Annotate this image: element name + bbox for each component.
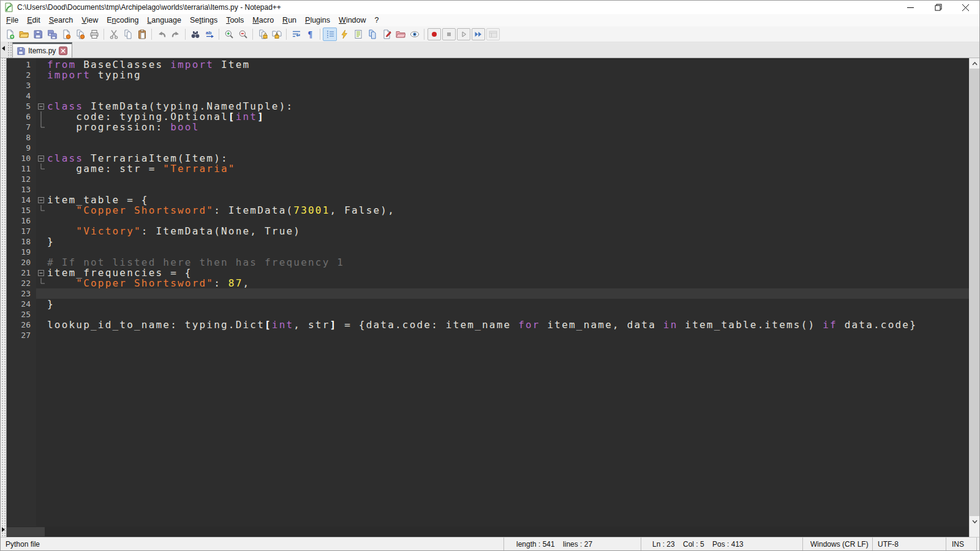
find-button[interactable]: [188, 28, 202, 41]
arrow-right-icon[interactable]: [2, 527, 5, 532]
vertical-scrollbar[interactable]: [969, 58, 979, 527]
menu-item-encoding[interactable]: Encoding: [102, 15, 143, 26]
menu-item-macro[interactable]: Macro: [248, 15, 278, 26]
fold-margin: [36, 132, 47, 143]
show-all-characters-button[interactable]: ¶: [303, 28, 317, 41]
menu-item-tools[interactable]: Tools: [222, 15, 248, 26]
menu-item-file[interactable]: File: [2, 15, 23, 26]
fold-margin: [36, 247, 47, 257]
open-file-icon: [19, 29, 29, 39]
editor[interactable]: 1from BaseClasses import Item2import typ…: [7, 58, 969, 527]
vertical-scrollbar-thumb[interactable]: [970, 69, 979, 516]
undo-button[interactable]: [154, 28, 168, 41]
horizontal-scrollbar-thumb[interactable]: [7, 527, 45, 536]
cut-icon: [109, 29, 119, 39]
tab-close-icon[interactable]: [59, 47, 67, 55]
zoom-in-button[interactable]: [222, 28, 236, 41]
new-file-button[interactable]: [2, 28, 17, 41]
menu-item-window[interactable]: Window: [334, 15, 370, 26]
code-text: # If not listed here then has frequency …: [47, 257, 969, 268]
code-line: 13: [7, 184, 969, 195]
window-title: C:\Users\Dood\Documents\tmp\Archipelago\…: [17, 3, 281, 12]
code-line: 25: [7, 309, 969, 320]
fold-toggle-icon[interactable]: [36, 153, 47, 163]
notepad-plus-plus-icon: [4, 2, 13, 12]
line-number: 16: [7, 216, 36, 226]
save-file-button[interactable]: [31, 28, 45, 41]
code-line: 19: [7, 247, 969, 257]
fold-toggle-icon[interactable]: [36, 101, 47, 111]
macro-play-button[interactable]: [457, 28, 470, 40]
tab-items-py[interactable]: Items.py: [12, 42, 72, 58]
word-wrap-button[interactable]: [289, 28, 303, 41]
copy-button[interactable]: [121, 28, 135, 41]
sync-horizontal-button[interactable]: [270, 28, 284, 41]
fold-margin: [36, 122, 47, 132]
folder-as-workspace-button[interactable]: [393, 28, 407, 41]
status-insert-mode: INS: [946, 538, 977, 550]
scroll-up-button[interactable]: [970, 58, 979, 69]
menu-item-help[interactable]: ?: [371, 15, 383, 26]
menu-item-run[interactable]: Run: [278, 15, 301, 26]
menu-item-view[interactable]: View: [77, 15, 102, 26]
redo-button[interactable]: [168, 28, 183, 41]
code-line: 12: [7, 174, 969, 184]
open-file-button[interactable]: [17, 28, 31, 41]
fold-toggle-icon[interactable]: [36, 195, 47, 205]
indent-guide-icon: [325, 29, 335, 39]
restore-button[interactable]: [924, 1, 952, 14]
line-number: 12: [7, 174, 36, 184]
line-number: 4: [7, 91, 36, 101]
close-file-button[interactable]: [59, 28, 73, 41]
macro-run-multiple-button[interactable]: [472, 28, 485, 40]
horizontal-scrollbar[interactable]: [7, 527, 969, 537]
print-button[interactable]: [87, 28, 101, 41]
scroll-down-button[interactable]: [970, 516, 979, 527]
sync-vertical-button[interactable]: [255, 28, 270, 41]
file-watch-button[interactable]: [407, 28, 421, 41]
menu-item-language[interactable]: Language: [143, 15, 186, 26]
indent-guide-button[interactable]: [323, 28, 337, 41]
save-all-button[interactable]: [45, 28, 59, 41]
menu-item-settings[interactable]: Settings: [186, 15, 222, 26]
toolbar-separator: [151, 29, 152, 40]
tab-bar-grip[interactable]: [7, 42, 12, 58]
restore-icon: [935, 4, 942, 11]
function-list-button[interactable]: [337, 28, 351, 41]
minimize-button[interactable]: [897, 1, 924, 14]
line-number: 6: [7, 111, 36, 122]
paste-button[interactable]: [135, 28, 149, 41]
monitoring-button[interactable]: [379, 28, 393, 41]
macro-record-button[interactable]: [428, 28, 441, 40]
code-text: game: str = "Terraria": [47, 163, 969, 174]
macro-save-button[interactable]: [486, 28, 500, 40]
code-text: "Copper Shortsword": 87,: [47, 278, 969, 288]
document-map-button[interactable]: [351, 28, 365, 41]
fold-margin: [36, 59, 47, 70]
tab-scroll-left-button[interactable]: [1, 42, 7, 58]
code-text: item_table = {: [47, 195, 969, 205]
code-text: lookup_id_to_name: typing.Dict[int, str]…: [47, 320, 969, 330]
macro-stop-button[interactable]: [442, 28, 456, 40]
code-text: [47, 309, 969, 320]
replace-button[interactable]: ab: [202, 28, 216, 41]
zoom-out-button[interactable]: [236, 28, 250, 41]
code-text: "Copper Shortsword": ItemData(73001, Fal…: [47, 205, 969, 216]
chevron-down-icon: [972, 520, 978, 523]
fold-toggle-icon[interactable]: [36, 268, 47, 278]
menu-item-edit[interactable]: Edit: [23, 15, 45, 26]
close-all-button[interactable]: [73, 28, 87, 41]
fold-margin: [36, 299, 47, 309]
status-bar: Python file length : 541 lines : 27 Ln :…: [1, 537, 979, 550]
cut-button[interactable]: [107, 28, 121, 41]
print-icon: [89, 29, 99, 39]
document-switcher-button[interactable]: [365, 28, 379, 41]
fold-margin: [36, 174, 47, 184]
line-number: 9: [7, 143, 36, 153]
menu-item-search[interactable]: Search: [45, 15, 78, 26]
close-button[interactable]: [952, 1, 979, 14]
sync-horizontal-icon: [272, 29, 282, 39]
code-text: "Victory": ItemData(None, True): [47, 226, 969, 236]
menu-item-plugins[interactable]: Plugins: [301, 15, 334, 26]
macro-play-icon: [459, 29, 469, 39]
